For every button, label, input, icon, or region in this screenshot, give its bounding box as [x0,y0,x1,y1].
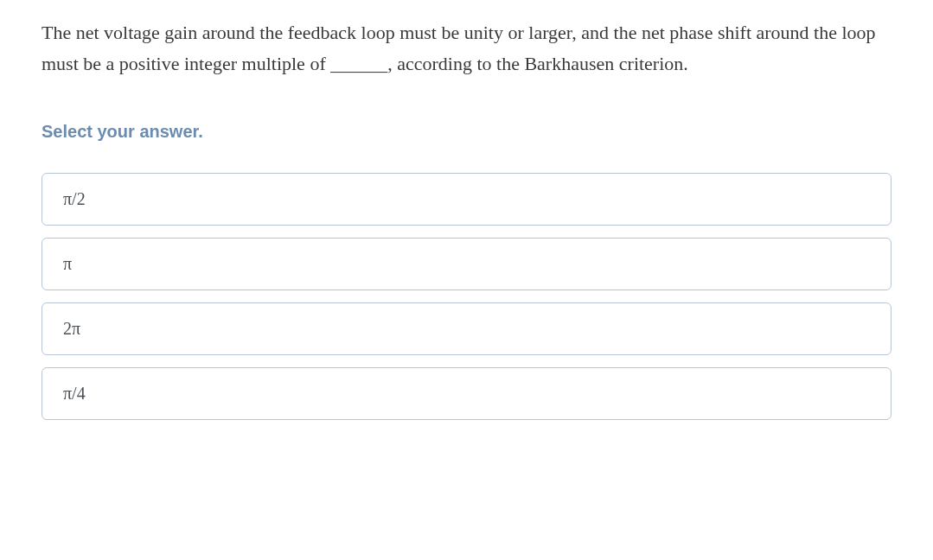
option-1[interactable]: π/2 [42,173,891,226]
option-2[interactable]: π [42,238,891,290]
question-text: The net voltage gain around the feedback… [42,17,891,80]
options-container: π/2 π 2π π/4 [42,173,891,420]
select-answer-prompt: Select your answer. [42,122,891,142]
option-4[interactable]: π/4 [42,367,891,420]
option-3[interactable]: 2π [42,302,891,355]
